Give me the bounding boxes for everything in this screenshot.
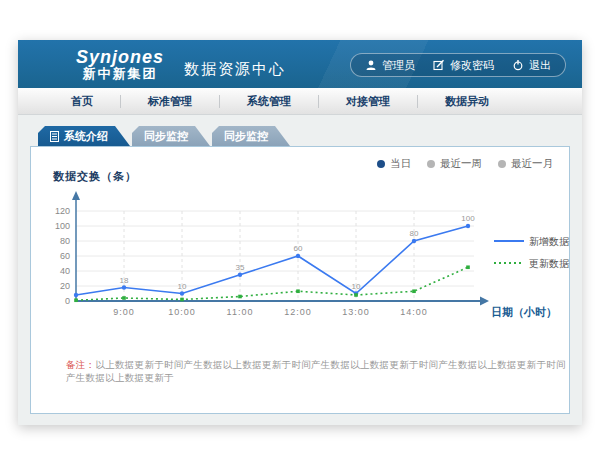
user-action-logout[interactable]: 退出 <box>512 58 551 73</box>
document-icon <box>50 131 59 142</box>
y-tick-label: 40 <box>60 266 70 276</box>
user-actions-pill: 管理员修改密码退出 <box>350 53 566 77</box>
series-line-1 <box>76 267 468 300</box>
tab-2[interactable]: 同步监控 <box>212 126 290 146</box>
user-action-label: 管理员 <box>382 58 415 73</box>
data-point-label: 10 <box>178 282 187 291</box>
radio-option-0[interactable]: 当日 <box>377 157 411 171</box>
radio-option-2[interactable]: 最近一月 <box>498 157 553 171</box>
tab-bar: 系统介绍同步监控同步监控 <box>38 126 582 146</box>
y-tick-label: 0 <box>65 296 70 306</box>
data-point-label: 18 <box>120 276 129 285</box>
data-point <box>238 273 242 277</box>
nav-item-3[interactable]: 对接管理 <box>319 94 417 109</box>
data-point-label: 100 <box>461 214 475 223</box>
radio-option-1[interactable]: 最近一周 <box>427 157 482 171</box>
nav-item-2[interactable]: 系统管理 <box>220 94 318 109</box>
user-action-admin[interactable]: 管理员 <box>365 58 415 73</box>
data-point <box>74 293 78 297</box>
brand-name-en: Synjones <box>76 48 164 67</box>
data-point <box>180 298 184 302</box>
radio-label: 最近一周 <box>440 157 482 171</box>
footnote-text: 以上数据更新于时间产生数据以上数据更新于时间产生数据以上数据更新于时间产生数据以… <box>66 359 566 383</box>
legend-label: 更新数据 <box>529 258 570 269</box>
user-action-label: 修改密码 <box>450 58 494 73</box>
data-point <box>238 295 242 299</box>
page-container: Synjones 新中新集团 数据资源中心 管理员修改密码退出 首页标准管理系统… <box>18 40 582 425</box>
radio-label: 最近一月 <box>511 157 553 171</box>
y-tick-label: 20 <box>60 281 70 291</box>
x-tick-label: 14:00 <box>400 307 428 317</box>
tab-1[interactable]: 同步监控 <box>132 126 210 146</box>
x-axis-title: 日期（小时） <box>491 306 557 319</box>
radio-dot <box>427 160 435 168</box>
tab-0[interactable]: 系统介绍 <box>38 126 130 146</box>
main-nav: 首页标准管理系统管理对接管理数据异动 <box>18 88 582 115</box>
edit-icon <box>433 59 445 71</box>
data-point <box>412 239 416 243</box>
data-point-label: 35 <box>236 263 245 272</box>
data-point <box>296 289 300 293</box>
content-area: 系统介绍同步监控同步监控 当日最近一周最近一月 数据交换（条） 02040608… <box>18 126 582 414</box>
data-point <box>296 254 300 258</box>
legend-item-1[interactable]: 更新数据 <box>494 258 570 269</box>
y-tick-label: 60 <box>60 251 70 261</box>
nav-item-4[interactable]: 数据异动 <box>418 94 516 109</box>
data-point <box>466 224 470 228</box>
data-point <box>74 298 78 302</box>
data-point <box>412 289 416 293</box>
y-tick-label: 80 <box>60 236 70 246</box>
x-axis-arrow <box>480 297 489 306</box>
user-action-change-password[interactable]: 修改密码 <box>433 58 494 73</box>
tab-label: 同步监控 <box>224 129 268 144</box>
chart-card: 当日最近一周最近一月 数据交换（条） 0204060801001209:0010… <box>30 146 570 414</box>
logout-icon <box>512 59 524 71</box>
x-tick-label: 13:00 <box>342 307 370 317</box>
app-title: 数据资源中心 <box>184 60 286 79</box>
x-tick-label: 10:00 <box>168 307 196 317</box>
legend-label: 新增数据 <box>529 236 570 247</box>
brand-name-cn: 新中新集团 <box>76 67 164 81</box>
y-tick-label: 100 <box>55 221 70 231</box>
data-point-label: 10 <box>352 282 361 291</box>
data-point <box>466 265 470 269</box>
x-tick-label: 11:00 <box>227 307 254 317</box>
legend-item-0[interactable]: 新增数据 <box>494 236 570 247</box>
nav-item-1[interactable]: 标准管理 <box>121 94 219 109</box>
x-tick-label: 12:00 <box>284 307 312 317</box>
tab-label: 系统介绍 <box>64 129 108 144</box>
y-axis-title: 数据交换（条） <box>53 169 137 184</box>
data-point <box>354 293 358 297</box>
chart-wrap: 0204060801001209:0010:0011:0012:0013:001… <box>31 189 571 337</box>
app-header: Synjones 新中新集团 数据资源中心 管理员修改密码退出 <box>18 40 582 88</box>
footnote: 备注：以上数据更新于时间产生数据以上数据更新于时间产生数据以上数据更新于时间产生… <box>66 359 569 385</box>
radio-label: 当日 <box>390 157 411 171</box>
data-point-label: 60 <box>294 244 303 253</box>
data-point-label: 80 <box>410 229 419 238</box>
radio-dot <box>377 160 385 168</box>
tab-label: 同步监控 <box>144 129 188 144</box>
user-action-label: 退出 <box>529 58 551 73</box>
brand-logo: Synjones 新中新集团 <box>76 48 164 81</box>
y-tick-label: 120 <box>55 206 70 216</box>
line-chart: 0204060801001209:0010:0011:0012:0013:001… <box>31 189 571 337</box>
nav-item-0[interactable]: 首页 <box>44 94 120 109</box>
data-point <box>180 291 184 295</box>
x-tick-label: 9:00 <box>113 307 135 317</box>
radio-dot <box>498 160 506 168</box>
footnote-prefix: 备注： <box>66 359 95 370</box>
screenshot-stage: Synjones 新中新集团 数据资源中心 管理员修改密码退出 首页标准管理系统… <box>0 0 600 450</box>
data-point <box>122 285 126 289</box>
data-point <box>122 296 126 300</box>
y-axis-arrow <box>72 191 80 200</box>
time-range-filter: 当日最近一周最近一月 <box>377 157 553 171</box>
user-icon <box>365 59 377 71</box>
